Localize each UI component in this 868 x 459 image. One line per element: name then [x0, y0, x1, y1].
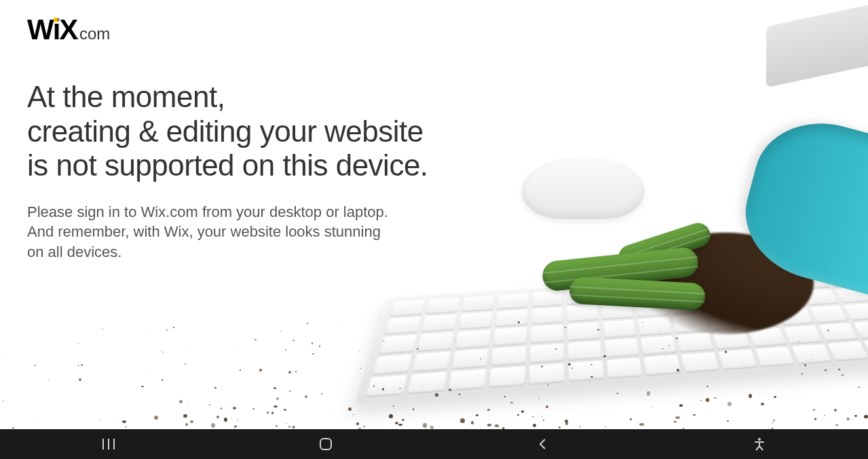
recents-icon: [101, 438, 116, 450]
android-nav-bar: [0, 429, 868, 459]
accessibility-icon: [753, 437, 766, 451]
subtext-line-3: on all devices.: [27, 243, 121, 260]
logo-suffix: .com: [75, 24, 110, 43]
page-subtext: Please sign in to Wix.com from your desk…: [27, 202, 448, 262]
subtext-line-1: Please sign in to Wix.com from your desk…: [27, 203, 388, 220]
subtext-line-2: And remember, with Wix, your website loo…: [27, 223, 381, 240]
svg-line-7: [756, 446, 759, 450]
svg-line-8: [759, 446, 763, 450]
page-heading: At the moment, creating & editing your w…: [27, 80, 841, 183]
back-button[interactable]: [522, 429, 563, 459]
main-content: WiX.com At the moment, creating & editin…: [0, 0, 868, 276]
wix-logo: WiX.com: [27, 14, 110, 46]
accessibility-button[interactable]: [739, 429, 780, 459]
logo-brand: WiX: [27, 14, 77, 45]
home-icon: [319, 437, 333, 451]
heading-line-3: is not supported on this device.: [27, 148, 428, 182]
svg-rect-3: [320, 439, 331, 450]
heading-line-2: creating & editing your website: [27, 115, 423, 148]
recents-button[interactable]: [88, 429, 129, 459]
heading-line-1: At the moment,: [27, 80, 225, 113]
svg-point-4: [758, 438, 761, 441]
back-icon: [537, 437, 548, 451]
home-button[interactable]: [305, 429, 346, 459]
